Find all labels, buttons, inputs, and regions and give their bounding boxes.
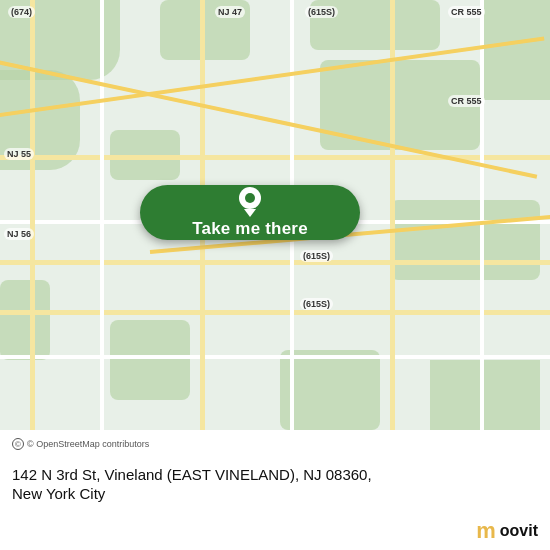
- map-view: (674) NJ 47 CR 555 NJ 55 CR 555 NJ 56 (6…: [0, 0, 550, 430]
- road-label-nj55: NJ 55: [4, 148, 34, 160]
- address-line2: New York City: [12, 485, 105, 502]
- osm-credit-text: © OpenStreetMap contributors: [27, 439, 149, 449]
- moovit-branding: moovit: [12, 518, 538, 544]
- road-label-615s-mid: (615S): [300, 250, 333, 262]
- osm-credit: © © OpenStreetMap contributors: [12, 438, 538, 450]
- take-me-there-label: Take me there: [192, 219, 308, 239]
- moovit-logo-rest: oovit: [500, 522, 538, 540]
- road-label-cr555-mid: CR 555: [448, 95, 485, 107]
- take-me-there-button[interactable]: Take me there: [140, 185, 360, 240]
- location-pin-icon: [239, 187, 261, 217]
- bottom-info-bar: © © OpenStreetMap contributors 142 N 3rd…: [0, 430, 550, 550]
- road-label-nj47: NJ 47: [215, 6, 245, 18]
- road-label-cr555-top: CR 555: [448, 6, 485, 18]
- road-label-nj56: NJ 56: [4, 228, 34, 240]
- moovit-m-icon: m: [476, 518, 496, 544]
- road-label-674: (674): [8, 6, 35, 18]
- road-label-615s-top: (615S): [305, 6, 338, 18]
- address-line1: 142 N 3rd St, Vineland (EAST VINELAND), …: [12, 466, 372, 483]
- copyright-icon: ©: [12, 438, 24, 450]
- address-text: 142 N 3rd St, Vineland (EAST VINELAND), …: [12, 465, 538, 504]
- road-label-615s-bot: (615S): [300, 298, 333, 310]
